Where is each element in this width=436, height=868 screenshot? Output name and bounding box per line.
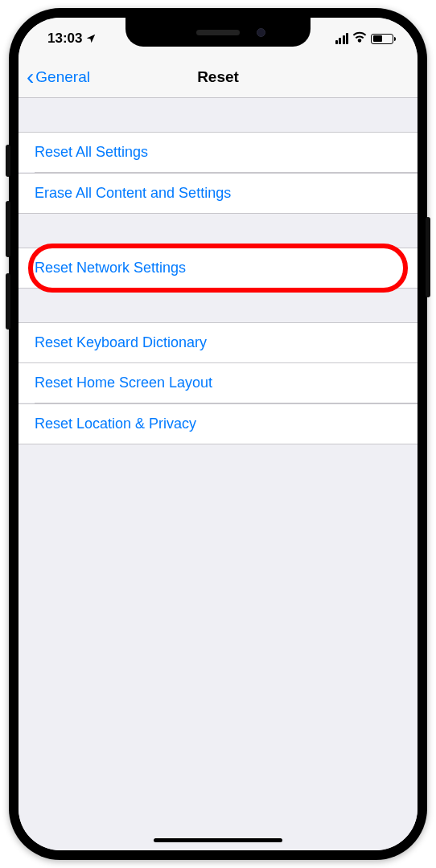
cell-label: Reset Keyboard Dictionary (35, 334, 207, 350)
screen: 13:03 ‹ General (19, 18, 417, 850)
reset-network-settings[interactable]: Reset Network Settings (19, 248, 417, 289)
speaker (196, 30, 240, 35)
cell-label: Reset Location & Privacy (35, 416, 196, 432)
phone-frame: 13:03 ‹ General (9, 8, 427, 860)
page-title: Reset (197, 68, 239, 86)
settings-group: Reset Keyboard Dictionary Reset Home Scr… (19, 322, 417, 444)
side-button (426, 217, 430, 297)
content: Reset All Settings Erase All Content and… (19, 98, 417, 850)
reset-keyboard-dictionary[interactable]: Reset Keyboard Dictionary (19, 322, 417, 362)
nav-bar: ‹ General Reset (19, 56, 417, 98)
cell-label: Reset All Settings (35, 144, 148, 160)
front-camera (257, 28, 265, 37)
cell-label: Erase All Content and Settings (35, 185, 231, 201)
reset-home-screen-layout[interactable]: Reset Home Screen Layout (19, 362, 417, 403)
back-label: General (35, 68, 90, 86)
status-left: 13:03 (41, 31, 97, 47)
wifi-icon (352, 31, 367, 46)
settings-group: Reset All Settings Erase All Content and… (19, 132, 417, 214)
settings-group: Reset Network Settings (19, 248, 417, 289)
volume-down-button (6, 273, 10, 330)
back-button[interactable]: ‹ General (27, 68, 90, 86)
notch (125, 18, 311, 47)
cellular-icon (335, 33, 349, 44)
cell-label: Reset Network Settings (35, 260, 186, 276)
mute-switch (6, 145, 10, 177)
location-icon (85, 33, 97, 44)
reset-all-settings[interactable]: Reset All Settings (19, 132, 417, 172)
clock: 13:03 (47, 31, 82, 47)
home-indicator[interactable] (154, 838, 282, 842)
reset-location-privacy[interactable]: Reset Location & Privacy (19, 403, 417, 444)
cell-label: Reset Home Screen Layout (35, 375, 212, 391)
battery-icon (371, 34, 393, 44)
status-right (335, 31, 396, 46)
erase-all-content[interactable]: Erase All Content and Settings (19, 173, 417, 214)
volume-up-button (6, 201, 10, 257)
